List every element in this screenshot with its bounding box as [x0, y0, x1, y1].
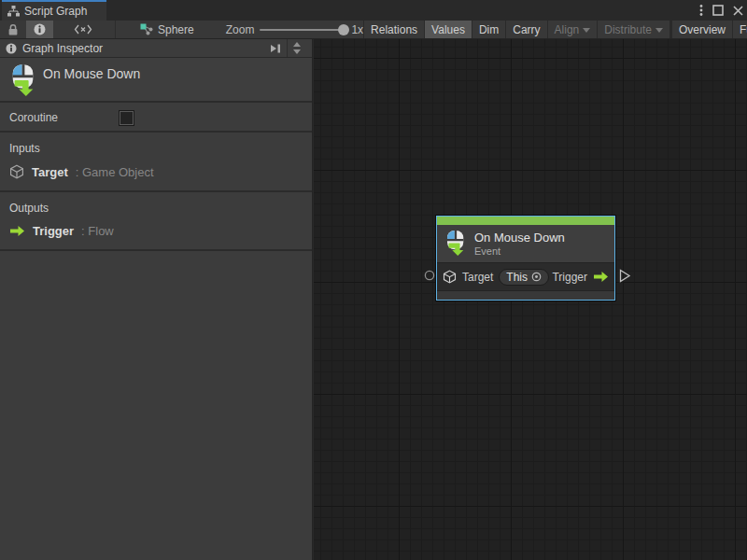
coroutine-row: Coroutine — [0, 103, 312, 133]
input-port-type: : Game Object — [76, 165, 154, 179]
chevron-down-icon — [655, 28, 663, 33]
unit-summary: On Mouse Down — [0, 58, 312, 103]
on-mouse-down-icon — [9, 63, 37, 97]
input-connection-port-icon[interactable] — [424, 270, 435, 281]
node-accent-bar — [437, 217, 614, 225]
node-input-port[interactable]: Target This — [443, 269, 549, 286]
info-icon — [34, 23, 46, 35]
on-mouse-down-icon — [444, 230, 467, 257]
zoom-slider[interactable] — [260, 29, 345, 31]
input-port-row: Target : Game Object — [0, 162, 312, 181]
input-port-name: Target — [32, 165, 68, 179]
graph-toolbar: Sphere Zoom 1x Relations Values Dim Carr… — [0, 21, 747, 39]
target-value-chip[interactable]: This — [499, 269, 549, 286]
unit-title: On Mouse Down — [43, 66, 140, 81]
output-connection-port-icon[interactable] — [619, 269, 631, 283]
script-graph-icon — [7, 6, 20, 17]
flow-arrow-icon — [593, 271, 609, 283]
scroll-up-icon[interactable] — [293, 42, 301, 47]
target-value-text: This — [506, 271, 528, 284]
graph-owner-label: Sphere — [158, 23, 194, 36]
node-title: On Mouse Down — [474, 231, 565, 245]
overview-button[interactable]: Overview — [670, 21, 733, 38]
graph-owner-chip[interactable]: Sphere — [133, 23, 202, 36]
tab-script-graph[interactable]: Script Graph — [2, 0, 106, 21]
full-screen-button[interactable]: Full Screen — [733, 21, 747, 38]
output-port-type: : Flow — [81, 224, 114, 238]
code-icon — [74, 24, 92, 35]
info-icon — [6, 43, 17, 54]
flow-arrow-icon — [9, 225, 25, 237]
node-ports-row: Target This Trigger — [437, 262, 614, 290]
unity-script-graph-window: Script Graph — [0, 0, 747, 560]
self-target-icon — [531, 272, 542, 282]
coroutine-checkbox[interactable] — [120, 111, 134, 125]
node-subtitle: Event — [474, 245, 565, 257]
graph-asset-icon — [140, 23, 153, 35]
tab-label: Script Graph — [24, 5, 87, 18]
graph-inspector-panel: Graph Inspector — [0, 39, 313, 560]
zoom-value: 1x — [351, 23, 363, 36]
inputs-header: Inputs — [0, 140, 312, 162]
graph-inspector-header: Graph Inspector — [0, 39, 312, 58]
values-button[interactable]: Values — [425, 21, 472, 38]
kebab-menu-icon[interactable] — [699, 4, 703, 17]
node-footer — [437, 290, 614, 300]
outputs-header: Outputs — [0, 200, 312, 222]
toolbar-left-group: Sphere Zoom 1x — [0, 21, 363, 38]
on-mouse-down-node[interactable]: On Mouse Down Event Target This — [436, 216, 615, 301]
outputs-section: Outputs Trigger : Flow — [0, 192, 312, 251]
graph-canvas[interactable]: On Mouse Down Event Target This — [314, 39, 747, 560]
dim-button[interactable]: Dim — [472, 21, 506, 38]
panel-scroll-spinner[interactable] — [287, 39, 306, 57]
cube-icon — [9, 164, 24, 179]
maximize-icon[interactable] — [712, 5, 724, 16]
tab-bar: Script Graph — [0, 0, 747, 21]
node-output-port-label: Trigger — [552, 271, 587, 284]
cube-icon — [443, 270, 457, 284]
lock-icon — [7, 23, 19, 36]
lock-button[interactable] — [0, 21, 26, 38]
inspector-toggle-button[interactable] — [26, 21, 53, 38]
align-dropdown-button[interactable]: Align — [548, 21, 599, 38]
inputs-section: Inputs Target : Game Object — [0, 133, 312, 192]
zoom-label: Zoom — [226, 23, 255, 36]
node-header[interactable]: On Mouse Down Event — [437, 225, 614, 262]
toolbar-button-group: Relations Values Dim Carry Align Distrib… — [363, 21, 747, 38]
scroll-down-icon[interactable] — [293, 49, 301, 54]
coroutine-label: Coroutine — [9, 111, 58, 124]
close-icon[interactable] — [733, 6, 743, 16]
dock-panel-icon[interactable] — [270, 44, 281, 53]
relations-button[interactable]: Relations — [364, 21, 425, 38]
node-input-port-label: Target — [462, 271, 493, 284]
toolbar-separator — [115, 21, 116, 38]
window-controls — [699, 0, 743, 21]
output-port-name: Trigger — [33, 224, 74, 238]
chevron-down-icon — [583, 28, 590, 33]
output-port-row: Trigger : Flow — [0, 222, 312, 240]
edit-script-button[interactable] — [53, 21, 113, 38]
distribute-dropdown-button[interactable]: Distribute — [598, 21, 670, 38]
node-output-port[interactable]: Trigger — [552, 271, 609, 284]
zoom-slider-handle[interactable] — [338, 24, 349, 35]
zoom-control: Zoom 1x — [226, 23, 363, 36]
graph-inspector-title: Graph Inspector — [22, 42, 103, 55]
carry-button[interactable]: Carry — [506, 21, 547, 38]
